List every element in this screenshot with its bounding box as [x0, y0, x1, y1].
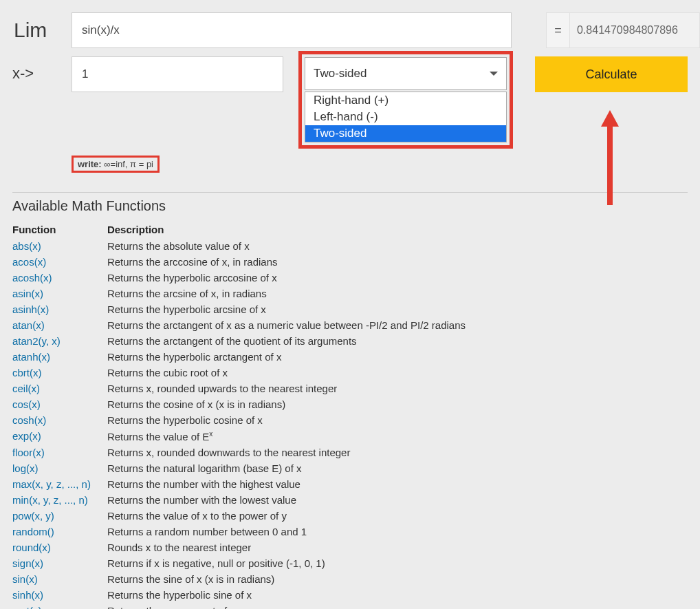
- calculate-button[interactable]: Calculate: [535, 56, 688, 92]
- function-description: Returns the value of x to the power of y: [107, 508, 482, 524]
- expression-input[interactable]: [72, 12, 512, 48]
- function-link[interactable]: min(x, y, z, ..., n): [12, 492, 107, 508]
- function-description: Returns the absolute value of x: [107, 238, 482, 254]
- functions-title: Available Math Functions: [12, 198, 688, 214]
- table-row: cbrt(x)Returns the cubic root of x: [12, 365, 482, 381]
- arrow-annotation-icon: [600, 110, 620, 205]
- function-link[interactable]: atanh(x): [12, 349, 107, 365]
- function-description: Returns x, rounded upwards to the neares…: [107, 381, 482, 396]
- table-row: sign(x)Returns if x is negative, null or…: [12, 555, 482, 571]
- function-link[interactable]: log(x): [12, 460, 107, 476]
- function-description: Returns x, rounded downwards to the near…: [107, 445, 482, 460]
- svg-marker-1: [601, 110, 619, 127]
- function-description: Returns the value of Ex: [107, 428, 482, 445]
- x-to-label: x->: [12, 56, 72, 83]
- table-row: atan(x)Returns the arctangent of x as a …: [12, 317, 482, 333]
- function-description: Returns the hyperbolic arcsine of x: [107, 301, 482, 317]
- function-link[interactable]: round(x): [12, 539, 107, 555]
- table-row: abs(x)Returns the absolute value of x: [12, 238, 482, 254]
- table-row: acosh(x)Returns the hyperbolic arccosine…: [12, 270, 482, 286]
- hint-prefix: write:: [78, 159, 102, 169]
- function-link[interactable]: exp(x): [12, 428, 107, 445]
- table-row: random()Returns a random number between …: [12, 524, 482, 539]
- function-link[interactable]: floor(x): [12, 445, 107, 460]
- function-description: Returns if x is negative, null or positi…: [107, 555, 482, 571]
- function-description: Returns the hyperbolic arctangent of x: [107, 349, 482, 365]
- equals-label: =: [546, 12, 569, 48]
- table-row: min(x, y, z, ..., n)Returns the number w…: [12, 492, 482, 508]
- function-link[interactable]: sign(x): [12, 555, 107, 571]
- function-description: Returns the number with the lowest value: [107, 492, 482, 508]
- function-link[interactable]: ceil(x): [12, 381, 107, 396]
- table-row: atan2(y, x)Returns the arctangent of the…: [12, 333, 482, 349]
- function-description: Returns the hyperbolic arccosine of x: [107, 270, 482, 286]
- direction-select-highlight: Two-sided Right-hand (+) Left-hand (-) T…: [298, 51, 513, 149]
- function-description: Returns the arccosine of x, in radians: [107, 254, 482, 270]
- functions-table: Function Description abs(x)Returns the a…: [12, 221, 482, 609]
- table-row: sqrt(x)Returns the square root of x: [12, 603, 482, 609]
- direction-dropdown: Right-hand (+) Left-hand (-) Two-sided: [305, 92, 507, 142]
- function-link[interactable]: acosh(x): [12, 270, 107, 286]
- direction-option-two-sided[interactable]: Two-sided: [305, 125, 506, 142]
- direction-option-left[interactable]: Left-hand (-): [305, 109, 506, 125]
- direction-select[interactable]: Two-sided: [305, 57, 507, 90]
- function-description: Returns the sine of x (x is in radians): [107, 571, 482, 587]
- function-description: Returns the hyperbolic cosine of x: [107, 412, 482, 428]
- table-row: cos(x)Returns the cosine of x (x is in r…: [12, 396, 482, 412]
- function-link[interactable]: atan2(y, x): [12, 333, 107, 349]
- function-link[interactable]: random(): [12, 524, 107, 539]
- function-link[interactable]: sin(x): [12, 571, 107, 587]
- hint-text: ∞=inf, π = pi: [102, 159, 153, 169]
- divider: [12, 192, 688, 193]
- table-row: sinh(x)Returns the hyperbolic sine of x: [12, 587, 482, 603]
- function-description: Returns the square root of x: [107, 603, 482, 609]
- function-link[interactable]: asinh(x): [12, 301, 107, 317]
- function-description: Returns the cubic root of x: [107, 365, 482, 381]
- table-row: round(x)Rounds x to the nearest integer: [12, 539, 482, 555]
- function-link[interactable]: acos(x): [12, 254, 107, 270]
- function-link[interactable]: cbrt(x): [12, 365, 107, 381]
- table-row: asin(x)Returns the arcsine of x, in radi…: [12, 286, 482, 301]
- limit-point-input[interactable]: [72, 56, 283, 92]
- function-link[interactable]: asin(x): [12, 286, 107, 301]
- result-output: 0.841470984807896: [569, 12, 700, 48]
- function-link[interactable]: atan(x): [12, 317, 107, 333]
- function-link[interactable]: cosh(x): [12, 412, 107, 428]
- function-description: Returns the arctangent of x as a numeric…: [107, 317, 482, 333]
- table-row: asinh(x)Returns the hyperbolic arcsine o…: [12, 301, 482, 317]
- direction-select-value: Two-sided: [314, 67, 367, 81]
- input-hint: write: ∞=inf, π = pi: [72, 156, 160, 173]
- chevron-down-icon: [490, 72, 498, 76]
- table-row: exp(x)Returns the value of Ex: [12, 428, 482, 445]
- function-description: Returns the hyperbolic sine of x: [107, 587, 482, 603]
- function-link[interactable]: sqrt(x): [12, 603, 107, 609]
- function-description: Returns the natural logarithm (base E) o…: [107, 460, 482, 476]
- direction-option-right[interactable]: Right-hand (+): [305, 92, 506, 109]
- function-description: Returns the arctangent of the quotient o…: [107, 333, 482, 349]
- table-row: max(x, y, z, ..., n)Returns the number w…: [12, 476, 482, 492]
- function-description: Rounds x to the nearest integer: [107, 539, 482, 555]
- function-link[interactable]: sinh(x): [12, 587, 107, 603]
- function-description: Returns a random number between 0 and 1: [107, 524, 482, 539]
- table-row: cosh(x)Returns the hyperbolic cosine of …: [12, 412, 482, 428]
- function-link[interactable]: max(x, y, z, ..., n): [12, 476, 107, 492]
- table-row: log(x)Returns the natural logarithm (bas…: [12, 460, 482, 476]
- table-row: acos(x)Returns the arccosine of x, in ra…: [12, 254, 482, 270]
- table-row: ceil(x)Returns x, rounded upwards to the…: [12, 381, 482, 396]
- function-description: Returns the number with the highest valu…: [107, 476, 482, 492]
- function-link[interactable]: abs(x): [12, 238, 107, 254]
- table-row: atanh(x)Returns the hyperbolic arctangen…: [12, 349, 482, 365]
- table-row: pow(x, y)Returns the value of x to the p…: [12, 508, 482, 524]
- th-description: Description: [107, 221, 482, 238]
- function-link[interactable]: pow(x, y): [12, 508, 107, 524]
- function-description: Returns the arcsine of x, in radians: [107, 286, 482, 301]
- function-link[interactable]: cos(x): [12, 396, 107, 412]
- table-row: floor(x)Returns x, rounded downwards to …: [12, 445, 482, 460]
- table-row: sin(x)Returns the sine of x (x is in rad…: [12, 571, 482, 587]
- lim-label: Lim: [12, 19, 72, 42]
- function-description: Returns the cosine of x (x is in radians…: [107, 396, 482, 412]
- th-function: Function: [12, 221, 107, 238]
